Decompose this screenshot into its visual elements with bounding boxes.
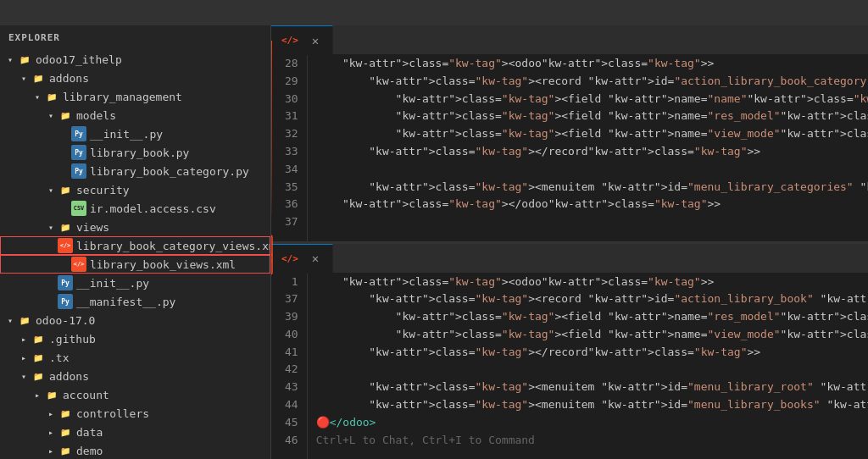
tree-item-init_models[interactable]: Py__init__.py <box>0 124 270 143</box>
tree-item-init_top[interactable]: Py__init__.py <box>0 274 270 292</box>
folder-icon: 📁 <box>31 368 46 384</box>
tree-item-library_management[interactable]: 📁library_management <box>0 87 270 106</box>
folder-icon: 📁 <box>58 108 73 123</box>
tree-item-odoo17[interactable]: 📁odoo-17.0 <box>0 311 270 329</box>
tree-item-models[interactable]: 📁models <box>0 106 270 124</box>
code-line: "kw-attr">class="kw-tag"><record "kw-att… <box>316 73 860 91</box>
line-number: 39 <box>285 308 298 326</box>
line-number: 44 <box>285 396 298 414</box>
folder-icon: 📁 <box>31 331 46 346</box>
code-line: "kw-attr">class="kw-tag"><field "kw-attr… <box>316 91 860 108</box>
sidebar: EXPLORER 📁odoo17_ithelp📁addons📁library_m… <box>0 25 271 459</box>
tree-item-odoo17_ithelp[interactable]: 📁odoo17_ithelp <box>0 50 270 69</box>
top-editor: 28293031323334353637 "kw-attr">class="kw… <box>271 55 868 244</box>
folder-arrow <box>17 372 31 381</box>
item-label: library_book_views.xml <box>90 258 236 271</box>
code-line: "kw-attr">class="kw-tag"><menuitem "kw-a… <box>316 179 860 196</box>
python-icon: Py <box>58 275 73 290</box>
line-number: 37 <box>285 213 298 231</box>
tree-item-library_book_category_views[interactable]: </>library_book_category_views.xml <box>0 236 270 255</box>
code-line <box>316 361 860 379</box>
csv-icon: CSV <box>71 201 86 216</box>
folder-icon: 📁 <box>58 424 73 440</box>
folder-icon: 📁 <box>44 89 59 104</box>
code-line: "kw-attr">class="kw-tag"><field "kw-attr… <box>316 108 860 125</box>
item-label: account <box>63 389 109 401</box>
line-number: 40 <box>285 326 298 344</box>
folder-icon: 📁 <box>58 219 73 235</box>
folder-icon: 📁 <box>31 70 46 86</box>
python-icon: Py <box>71 163 86 179</box>
code-line: "kw-attr">class="kw-tag"><field "kw-attr… <box>316 308 860 326</box>
line-number: 45 <box>285 414 298 432</box>
line-number: 43 <box>285 379 298 396</box>
line-number: 1 <box>285 274 298 291</box>
tree-item-addons_top[interactable]: 📁addons <box>0 69 270 87</box>
folder-icon: 📁 <box>44 387 59 402</box>
line-number: 32 <box>285 125 298 143</box>
python-icon: Py <box>58 294 73 309</box>
folder-arrow <box>31 390 44 400</box>
item-label: addons <box>49 370 89 383</box>
line-number: 41 <box>285 344 298 362</box>
tree-item-views[interactable]: 📁views <box>0 218 270 236</box>
tree-item-addons_bottom[interactable]: 📁addons <box>0 367 270 385</box>
folder-arrow <box>17 74 31 83</box>
item-label: library_book_category.py <box>90 165 249 178</box>
folder-icon: 📁 <box>58 406 73 421</box>
item-label: views <box>76 221 109 234</box>
python-icon: Py <box>71 145 86 160</box>
tab-category-views[interactable]: </> ✕ <box>271 25 333 54</box>
tree-item-demo[interactable]: 📁demo <box>0 441 270 459</box>
tree-item-ir_model_access[interactable]: CSVir.model.access.csv <box>0 199 270 218</box>
folder-arrow <box>3 316 17 325</box>
code-line: "kw-attr">class="kw-tag"></odoo"kw-attr"… <box>316 196 860 213</box>
line-number: 31 <box>285 108 298 125</box>
bottom-editor: 1373940414243444546 "kw-attr">class="kw-… <box>271 274 868 460</box>
tree-item-library_book[interactable]: Pylibrary_book.py <box>0 143 270 162</box>
tree-item-controllers[interactable]: 📁controllers <box>0 404 270 423</box>
item-label: library_book_category_views.xml <box>76 240 271 252</box>
code-line: "kw-attr">class="kw-tag"><menuitem "kw-a… <box>316 396 860 414</box>
tree-item-library_book_views[interactable]: </>library_book_views.xml <box>0 255 270 274</box>
line-number: 35 <box>285 179 298 196</box>
xml-icon: </> <box>58 238 73 253</box>
tree-item-library_book_category[interactable]: Pylibrary_book_category.py <box>0 162 270 180</box>
tree-item-github[interactable]: 📁.github <box>0 329 270 348</box>
folder-arrow <box>44 185 58 195</box>
editor-area: </> ✕ 28293031323334353637 "kw-attr">cla… <box>271 25 868 459</box>
item-label: library_book.py <box>90 147 189 159</box>
item-label: .github <box>49 333 96 346</box>
tree-item-security[interactable]: 📁security <box>0 180 270 199</box>
top-line-numbers: 28293031323334353637 <box>271 55 308 241</box>
folder-arrow <box>17 353 31 362</box>
top-code-content[interactable]: "kw-attr">class="kw-tag"><odoo"kw-attr">… <box>308 55 868 241</box>
tab-book-views[interactable]: </> ✕ <box>271 244 333 273</box>
line-number: 34 <box>285 161 298 179</box>
sidebar-header: EXPLORER <box>0 25 270 50</box>
folder-arrow <box>17 335 31 344</box>
code-line: "kw-attr">class="kw-tag"><menuitem "kw-a… <box>316 379 860 396</box>
code-line: "kw-attr">class="kw-tag"><odoo"kw-attr">… <box>316 274 860 291</box>
line-number: 28 <box>285 55 298 73</box>
tree-item-tx[interactable]: 📁.tx <box>0 348 270 367</box>
folder-icon: 📁 <box>17 312 32 328</box>
bottom-code-content[interactable]: "kw-attr">class="kw-tag"><odoo"kw-attr">… <box>308 274 868 460</box>
tree-item-manifest_top[interactable]: Py__manifest__.py <box>0 292 270 311</box>
tree-item-data[interactable]: 📁data <box>0 423 270 441</box>
item-label: .tx <box>49 351 69 364</box>
top-tabs-row: </> ✕ <box>271 25 868 55</box>
tab-close-button-2[interactable]: ✕ <box>309 252 322 265</box>
title-bar <box>0 0 868 25</box>
item-label: data <box>76 426 103 439</box>
line-number: 37 <box>285 290 298 308</box>
folder-arrow <box>44 428 58 437</box>
tree-item-account[interactable]: 📁account <box>0 385 270 404</box>
item-label: controllers <box>76 407 149 420</box>
item-label: odoo17_ithelp <box>36 53 122 66</box>
item-label: security <box>76 184 130 196</box>
xml-icon-2: </> <box>281 253 298 264</box>
bottom-tabs-row: </> ✕ <box>271 244 868 274</box>
tab-close-button[interactable]: ✕ <box>309 34 322 47</box>
item-label: __init__.py <box>76 277 149 290</box>
